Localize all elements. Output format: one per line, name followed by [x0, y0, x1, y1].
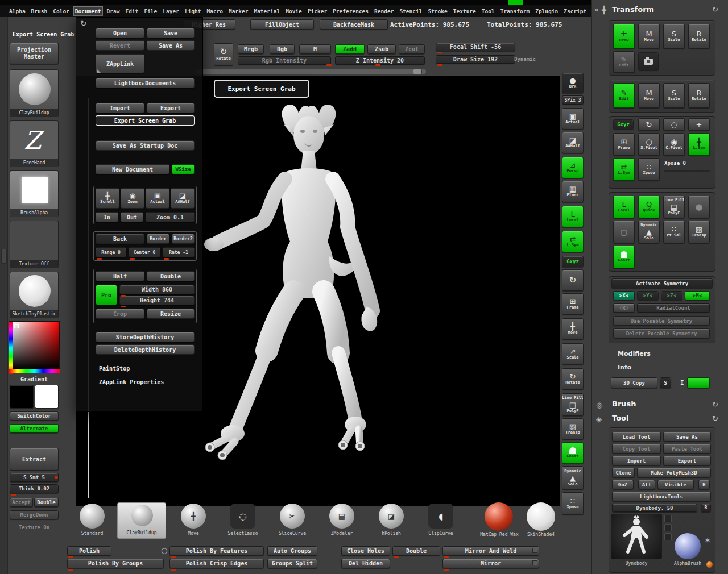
- menu-macro[interactable]: Macro: [205, 7, 224, 15]
- edit-mode-button-disabled[interactable]: ✎ Edit: [613, 51, 635, 73]
- menu-refresh-icon[interactable]: ↻: [80, 19, 87, 27]
- brush-thumbnail-claybuildup[interactable]: ClayBuildup: [10, 69, 59, 117]
- edit-button[interactable]: ✎ Edit: [613, 83, 635, 108]
- symmetry-x-button[interactable]: >X<: [613, 291, 635, 300]
- top-shelf-scrollbar-handle[interactable]: [413, 69, 422, 74]
- auto-groups-button[interactable]: Auto Groups: [267, 546, 317, 556]
- toggle-box-icon[interactable]: [532, 560, 537, 565]
- edit-move-button[interactable]: M Move: [638, 83, 660, 108]
- doc-crop-button[interactable]: Crop: [96, 309, 144, 319]
- dynamic-solo-button[interactable]: Dynamic ▲ Solo: [638, 221, 660, 243]
- doc-wsize-button[interactable]: WSize: [172, 164, 195, 174]
- menu-zscript[interactable]: Zscript: [562, 7, 588, 15]
- gyro-button-2[interactable]: ◌: [663, 118, 685, 131]
- modifiers-section-label[interactable]: Modifiers: [618, 350, 651, 357]
- shelf-lsym-button[interactable]: ⇄ L.Sym: [562, 231, 584, 252]
- link-circle-icon[interactable]: ○: [161, 547, 167, 554]
- doc-scroll-button[interactable]: ╋ Scroll: [96, 188, 119, 209]
- menu-layer[interactable]: Layer: [162, 7, 180, 15]
- doc-back-swatch[interactable]: Back: [96, 234, 144, 244]
- panel-divider-handle[interactable]: [1, 249, 7, 264]
- doc-half-button[interactable]: Half: [96, 271, 144, 281]
- material-preview-button[interactable]: ●: [688, 196, 710, 218]
- gyro-button-1[interactable]: ↻: [638, 118, 660, 131]
- menu-transform[interactable]: Transform: [499, 7, 531, 15]
- export-tool-button[interactable]: Export: [663, 456, 711, 465]
- symmetry-z-button[interactable]: >Z<: [661, 291, 682, 300]
- zadd-button[interactable]: Zadd: [335, 44, 365, 54]
- edit-rotate-button[interactable]: R Rotate: [688, 83, 710, 108]
- save-as-tool-button[interactable]: Save As: [663, 432, 711, 442]
- focal-shift-slider[interactable]: Focal Shift -56: [436, 43, 515, 51]
- edit-scale-button[interactable]: S Scale: [663, 83, 685, 108]
- shelf-xpose-button[interactable]: ∷ Xpose: [562, 492, 584, 515]
- goz-button[interactable]: GoZ: [612, 480, 634, 489]
- xpose-button[interactable]: ∷ Xpose: [638, 158, 660, 181]
- delete-posable-symmetry-button[interactable]: Delete Posable Symmetry: [613, 328, 710, 338]
- shelf-solo-button[interactable]: Dynamic ▲ Solo: [562, 466, 584, 490]
- doc-new-document-button[interactable]: New Document: [96, 164, 169, 174]
- doc-store-depth-history-button[interactable]: StoreDepthHistory: [96, 332, 195, 342]
- doc-zapplink-button[interactable]: ZAppLink: [96, 54, 144, 73]
- load-tool-button[interactable]: Load Tool: [612, 432, 661, 442]
- thick-slider[interactable]: Thick 0.02: [10, 484, 59, 493]
- doc-border-button[interactable]: Border: [147, 234, 169, 244]
- mirror-and-weld-button[interactable]: Mirror And Weld: [442, 546, 539, 556]
- clone-button[interactable]: Clone: [612, 468, 635, 477]
- shelf-tool-claybuildup-selected[interactable]: ClayBuildup: [117, 502, 166, 539]
- activate-symmetry-button[interactable]: Activate Symmetry: [611, 278, 713, 288]
- draw-mode-button[interactable]: + Draw: [613, 24, 635, 49]
- menu-document[interactable]: Document: [74, 7, 102, 15]
- menu-texture[interactable]: Texture: [452, 7, 477, 15]
- secondary-color-swatch[interactable]: [35, 385, 59, 409]
- frame-button[interactable]: ⊞ Frame: [613, 133, 635, 156]
- goz-r-button[interactable]: R: [698, 480, 710, 489]
- draw-size-slider[interactable]: Draw Size 192: [436, 55, 515, 64]
- lsym-button[interactable]: ╋ L.Sym: [688, 133, 710, 156]
- shelf-floor-button[interactable]: ▦ Floor: [562, 181, 584, 202]
- c-pivot-button[interactable]: ◉ C.Pivot: [663, 133, 685, 156]
- groups-split-button[interactable]: Groups Split: [267, 559, 317, 568]
- accept-button[interactable]: Accept: [10, 498, 33, 507]
- doc-range-slider[interactable]: Range 0: [96, 247, 126, 257]
- snapshot-camera-button[interactable]: [638, 52, 659, 70]
- texture-on-button[interactable]: Texture On: [10, 523, 59, 532]
- star-icon[interactable]: *: [705, 538, 710, 547]
- copy-3d-button[interactable]: 3D Copy: [611, 377, 657, 388]
- rotate-mode-button-panel[interactable]: R Rotate: [688, 24, 710, 49]
- goz-all-button[interactable]: All: [638, 480, 655, 489]
- lightbox-tools-button[interactable]: Lightbox▸Tools: [612, 492, 711, 501]
- del-hidden-button[interactable]: Del Hidden: [341, 559, 390, 568]
- radial-r-button[interactable]: (R): [613, 303, 635, 313]
- menu-render[interactable]: Render: [373, 7, 395, 15]
- mrgb-button[interactable]: Mrgb: [238, 44, 264, 54]
- active-tool-slider[interactable]: Dynobody. 50: [612, 504, 697, 512]
- fill-object-button[interactable]: FillObject: [250, 19, 314, 30]
- tool-refresh-icon[interactable]: ↻: [712, 415, 718, 422]
- panel-collapse-icon[interactable]: «: [594, 6, 599, 13]
- transform-title[interactable]: Transform: [612, 5, 654, 14]
- brush-title[interactable]: Brush: [612, 400, 636, 408]
- doc-aahalf-button[interactable]: ◪ AAHalf: [171, 188, 195, 209]
- doc-pro-button[interactable]: Pro: [96, 285, 117, 305]
- menu-edit[interactable]: Edit: [124, 7, 139, 15]
- tool-r-button[interactable]: R: [701, 504, 711, 512]
- close-holes-button[interactable]: Close Holes: [341, 546, 390, 556]
- shelf-local-button[interactable]: L Local: [562, 206, 584, 227]
- menu-picker[interactable]: Picker: [307, 7, 328, 15]
- doc-rate-slider[interactable]: Rate -1: [163, 247, 195, 257]
- pt-sel-button[interactable]: ∷ Pt Sel: [663, 221, 685, 243]
- menu-alpha[interactable]: Alpha: [8, 7, 27, 15]
- menu-preferences[interactable]: Preferences: [332, 7, 370, 15]
- m-button[interactable]: M: [299, 44, 331, 54]
- transform-refresh-icon[interactable]: ↻: [712, 6, 718, 13]
- copy-tool-button[interactable]: Copy Tool: [612, 444, 661, 454]
- radial-count-slider[interactable]: RadialCount: [637, 303, 710, 313]
- backface-mask-button[interactable]: BackfaceMask: [320, 19, 388, 30]
- polish-crisp-edges-button[interactable]: Polish Crisp Edges: [169, 559, 264, 568]
- use-posable-symmetry-button[interactable]: Use Posable Symmetry: [613, 316, 710, 326]
- menu-stencil[interactable]: Stencil: [398, 7, 423, 15]
- dynamic-toggle[interactable]: Dynamic: [514, 56, 536, 62]
- doc-lightbox-documents-button[interactable]: Lightbox▸Documents: [96, 78, 195, 88]
- shelf-frame-button[interactable]: ⊞ Frame: [562, 293, 584, 315]
